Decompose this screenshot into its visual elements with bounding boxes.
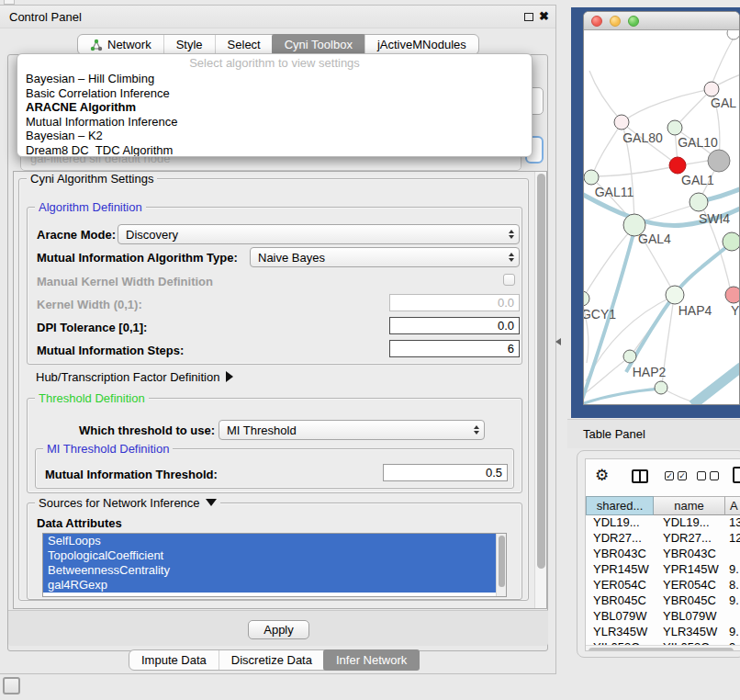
- algorithm-option[interactable]: Bayesian – K2: [17, 129, 532, 143]
- export-table-icon[interactable]: [733, 467, 740, 483]
- node-label: GAL1: [681, 173, 714, 187]
- network-node[interactable]: [727, 30, 740, 40]
- network-node[interactable]: [655, 381, 667, 394]
- column-header-name[interactable]: name: [654, 496, 725, 515]
- column-layout-icon[interactable]: [632, 469, 648, 483]
- which-threshold-combobox[interactable]: MI Threshold: [219, 420, 485, 440]
- network-node[interactable]: [623, 350, 636, 363]
- tab-impute-data[interactable]: Impute Data: [129, 650, 219, 670]
- algorithm-option[interactable]: Mutual Information Inference: [17, 115, 532, 130]
- collapse-down-icon[interactable]: [206, 499, 217, 506]
- network-node[interactable]: [708, 150, 730, 172]
- table-row[interactable]: YPR145WYPR145W9.: [586, 562, 740, 578]
- attribute-list-item[interactable]: SelfLoops: [43, 534, 496, 548]
- algorithm-option[interactable]: Dream8 DC_TDC Algorithm: [17, 143, 532, 157]
- attribute-list-item[interactable]: TopologicalCoefficient: [43, 548, 496, 563]
- node-label: Y: [731, 303, 740, 318]
- network-node[interactable]: [725, 287, 740, 303]
- network-canvas[interactable]: GALGAL80GAL10GAL1GAL11SWI4GAL4GCY1HAP4YH…: [584, 30, 740, 405]
- close-icon[interactable]: ✖: [539, 9, 549, 23]
- table-row[interactable]: YBR043CYBR043C: [586, 547, 740, 562]
- network-view-window[interactable]: GALGAL80GAL10GAL1GAL11SWI4GAL4GCY1HAP4YH…: [583, 11, 740, 405]
- network-window-titlebar[interactable]: [584, 12, 739, 30]
- mi-algorithm-type-combobox[interactable]: Naive Bayes: [250, 247, 520, 267]
- control-panel-title: Control Panel: [9, 10, 82, 24]
- network-node[interactable]: [584, 170, 599, 185]
- table-cell: YLR345W: [654, 625, 725, 640]
- apply-button[interactable]: Apply: [248, 620, 309, 639]
- scrollbar-thumb[interactable]: [589, 648, 734, 651]
- scrollbar-thumb[interactable]: [499, 536, 505, 587]
- popup-prompt: Select algorithm to view settings: [17, 56, 532, 72]
- table-cell: 9.: [725, 625, 740, 640]
- splitpane-collapse-arrow[interactable]: [555, 338, 561, 345]
- table-row[interactable]: YDR27...YDR27...12: [586, 531, 740, 547]
- network-node[interactable]: [690, 193, 708, 211]
- kernel-width-field[interactable]: 0.0: [389, 294, 520, 311]
- network-node[interactable]: [666, 286, 684, 304]
- table-row[interactable]: YBR045CYBR045C9.: [586, 593, 740, 609]
- hub-transcription-factor-section[interactable]: Hub/Transcription Factor Definition: [36, 370, 233, 384]
- application-window: Control Panel ✖ Network Style Select Cyn…: [0, 0, 740, 700]
- close-traffic-light-icon[interactable]: [591, 16, 602, 27]
- table-rows: YDL19...YDL19...13YDR27...YDR27...12YBR0…: [586, 515, 740, 651]
- mi-algorithm-type-label: Mutual Information Algorithm Type:: [37, 251, 238, 265]
- algorithm-option[interactable]: ARACNE Algorithm: [17, 100, 532, 115]
- network-node[interactable]: [667, 120, 682, 135]
- mi-steps-field[interactable]: 6: [389, 340, 520, 357]
- select-all-columns-icon[interactable]: ✓✓: [665, 471, 687, 480]
- attribute-list-item[interactable]: BetweennessCentrality: [43, 563, 496, 578]
- attributes-list-scrollbar[interactable]: [496, 534, 506, 596]
- network-node[interactable]: [669, 157, 686, 174]
- scrollbar-thumb[interactable]: [537, 174, 545, 569]
- float-window-icon[interactable]: [524, 13, 533, 21]
- gear-icon[interactable]: ⚙: [595, 466, 609, 485]
- algorithm-definition-group: Algorithm Definition Aracne Mode: Discov…: [27, 207, 522, 365]
- algorithm-popup-list: Bayesian – Hill ClimbingBasic Correlatio…: [17, 72, 532, 157]
- column-header-shared-name[interactable]: shared...: [586, 496, 654, 515]
- dpi-tolerance-field[interactable]: 0.0: [389, 317, 520, 334]
- table-row[interactable]: YLR345WYLR345W9.: [586, 625, 740, 640]
- tab-select[interactable]: Select: [215, 35, 273, 54]
- table-row[interactable]: YDL19...YDL19...13: [586, 515, 740, 531]
- aracne-mode-combobox[interactable]: Discovery: [118, 224, 520, 244]
- expand-right-icon[interactable]: [226, 371, 233, 382]
- network-node[interactable]: [723, 232, 740, 251]
- minimize-traffic-light-icon[interactable]: [610, 16, 621, 27]
- table-cell: YBR043C: [654, 547, 725, 562]
- deselect-all-columns-icon[interactable]: [697, 471, 719, 480]
- node-label: GAL11: [595, 185, 634, 199]
- table-cell: YBR045C: [586, 593, 654, 609]
- tab-discretize-data[interactable]: Discretize Data: [219, 650, 324, 670]
- tab-network[interactable]: Network: [78, 35, 163, 54]
- table-horizontal-scrollbar[interactable]: [586, 645, 740, 651]
- table-row[interactable]: YER054CYER054C8.: [586, 578, 740, 593]
- column-header-cut[interactable]: A: [725, 496, 740, 515]
- algorithm-option[interactable]: Bayesian – Hill Climbing: [17, 72, 532, 86]
- network-node[interactable]: [584, 291, 589, 306]
- settings-vertical-scrollbar[interactable]: [534, 172, 546, 608]
- table-row[interactable]: YBL079WYBL079W: [586, 609, 740, 625]
- table-cell: YDL19...: [586, 515, 654, 531]
- algorithm-option[interactable]: Basic Correlation Inference: [17, 86, 532, 101]
- data-attributes-list[interactable]: SelfLoopsTopologicalCoefficientBetweenne…: [42, 533, 507, 597]
- mi-threshold-field[interactable]: 0.5: [383, 464, 508, 481]
- table-cell: 12: [725, 531, 740, 547]
- tab-jactivemnodules[interactable]: jActiveMNodules: [364, 35, 478, 54]
- algorithm-dropdown-popup: Select algorithm to view settings Bayesi…: [17, 53, 533, 157]
- network-node[interactable]: [704, 82, 719, 96]
- table-cell: YBR045C: [654, 593, 725, 609]
- network-node[interactable]: [614, 115, 629, 130]
- tab-cyni-toolbox[interactable]: Cyni Toolbox: [272, 34, 365, 55]
- tab-style[interactable]: Style: [163, 35, 215, 54]
- table-cell: YPR145W: [586, 562, 654, 578]
- network-icon: [90, 39, 103, 51]
- tab-infer-network[interactable]: Infer Network: [323, 649, 420, 671]
- dock-panel-button[interactable]: [3, 677, 20, 694]
- combo-arrows-icon: [469, 425, 484, 435]
- table-cell: YDL19...: [654, 515, 725, 531]
- control-panel-tabbar: Network Style Select Cyni Toolbox jActiv…: [77, 34, 479, 55]
- attribute-list-item[interactable]: gal4RGexp: [43, 578, 496, 593]
- zoom-traffic-light-icon[interactable]: [628, 16, 639, 27]
- manual-kernel-width-checkbox[interactable]: [503, 274, 515, 286]
